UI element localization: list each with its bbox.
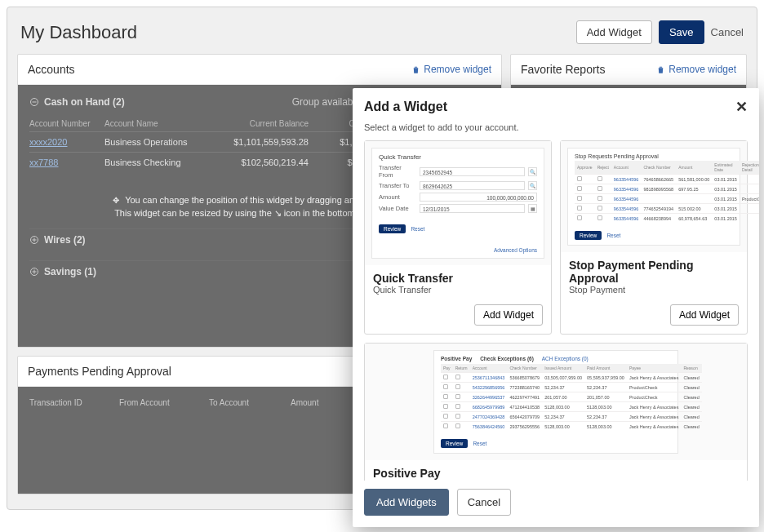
account-link[interactable]: xx7788 <box>29 157 96 167</box>
remove-widget-link[interactable]: Remove widget <box>656 64 736 75</box>
minus-circle-icon <box>29 97 39 107</box>
widget-header: Favorite Reports Remove widget <box>511 55 746 85</box>
widget-card-quick-transfer[interactable]: Quick Transfer Transfer From2345652945🔍 … <box>364 140 552 335</box>
widget-preview: Stop Requests Pending Approval ApproveRe… <box>561 141 747 252</box>
search-icon: 🔍 <box>528 167 537 176</box>
trash-icon <box>656 65 665 74</box>
widget-preview: Quick Transfer Transfer From2345652945🔍 … <box>365 141 551 265</box>
plus-circle-icon <box>29 235 39 245</box>
widget-card-name: Stop Payment Pending Approval <box>569 259 739 285</box>
widget-preview: Positive Pay Check Exceptions (6) ACH Ex… <box>365 344 747 460</box>
modal-title: Add a Widget <box>364 100 447 114</box>
modal-subtitle: Select a widget to add to your account. <box>353 121 759 140</box>
add-widgets-button[interactable]: Add Widgets <box>364 489 449 516</box>
trash-icon <box>411 65 420 74</box>
widget-title: Payments Pending Approval <box>28 365 171 378</box>
widget-card-positive-pay[interactable]: Positive Pay Check Exceptions (6) ACH Ex… <box>364 343 748 481</box>
header-actions: Add Widget Save Cancel <box>576 20 744 44</box>
modal-footer: Add Widgets Cancel <box>353 481 759 527</box>
widget-card-category: Quick Transfer <box>373 285 543 295</box>
widget-card-category: Stop Payment <box>569 285 739 295</box>
remove-widget-link[interactable]: Remove widget <box>411 64 491 75</box>
widget-header: Accounts Remove widget <box>18 55 501 85</box>
widget-title: Accounts <box>28 63 75 76</box>
cash-on-hand-toggle[interactable]: Cash on Hand (2) <box>29 96 125 108</box>
widget-card-name: Positive Pay <box>373 467 739 480</box>
mini-table: PayReturn AccountCheck Number Issued Amo… <box>441 364 702 431</box>
cancel-button[interactable]: Cancel <box>711 26 744 38</box>
widget-card-name: Quick Transfer <box>373 272 543 285</box>
modal-cancel-button[interactable]: Cancel <box>457 489 511 516</box>
move-icon: ✥ <box>113 196 119 205</box>
dashboard-header: My Dashboard Add Widget Save Cancel <box>17 16 747 54</box>
save-button[interactable]: Save <box>659 20 704 44</box>
add-widget-button[interactable]: Add Widget <box>576 20 652 44</box>
account-link[interactable]: xxxx2020 <box>29 137 96 147</box>
modal-body: Quick Transfer Transfer From2345652945🔍 … <box>353 140 759 481</box>
svg-rect-1 <box>33 102 37 103</box>
widget-card-stop-payment[interactable]: Stop Requests Pending Approval ApproveRe… <box>560 140 748 335</box>
close-icon[interactable]: ✕ <box>735 98 748 116</box>
add-widget-card-button[interactable]: Add Widget <box>670 304 739 326</box>
add-widget-card-button[interactable]: Add Widget <box>474 304 543 326</box>
add-widget-modal: Add a Widget ✕ Select a widget to add to… <box>353 88 759 527</box>
plus-circle-icon <box>29 267 39 277</box>
calendar-icon: ▦ <box>528 204 537 213</box>
search-icon: 🔍 <box>528 181 537 190</box>
page-title: My Dashboard <box>20 22 137 43</box>
modal-header: Add a Widget ✕ <box>353 88 759 121</box>
mini-table: ApproveReject AccountCheck Number Amount… <box>575 161 759 223</box>
widget-title: Favorite Reports <box>521 63 605 76</box>
